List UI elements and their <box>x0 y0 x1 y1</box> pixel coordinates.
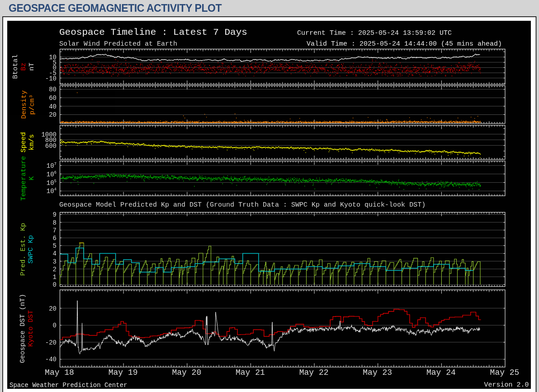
svg-text:6: 6 <box>53 235 57 242</box>
svg-text:0: 0 <box>53 281 57 288</box>
svg-text:4: 4 <box>53 250 57 257</box>
svg-text:Space Weather Prediction Cente: Space Weather Prediction Center <box>9 382 127 389</box>
svg-text:Version 2.0: Version 2.0 <box>484 381 529 389</box>
svg-text:3: 3 <box>53 258 57 265</box>
svg-text:May 18: May 18 <box>45 368 74 377</box>
svg-text:-20: -20 <box>45 339 57 346</box>
svg-text:2: 2 <box>53 266 57 273</box>
svg-text:km/s: km/s <box>28 134 36 151</box>
svg-text:20: 20 <box>49 111 57 118</box>
svg-text:80: 80 <box>49 86 57 93</box>
svg-text:p/cm³: p/cm³ <box>28 94 36 115</box>
svg-text:May 22: May 22 <box>299 368 329 377</box>
svg-text:May 25: May 25 <box>490 368 520 377</box>
svg-text:Btotal: Btotal <box>12 54 19 79</box>
svg-text:Speed: Speed <box>20 132 28 152</box>
svg-text:Bz: Bz <box>20 62 28 71</box>
svg-text:9: 9 <box>53 211 57 218</box>
svg-text:Temperature: Temperature <box>20 156 28 201</box>
svg-text:-40: -40 <box>45 356 57 363</box>
svg-text:-10: -10 <box>45 75 57 82</box>
svg-text:May 23: May 23 <box>363 368 392 377</box>
svg-text:1: 1 <box>53 274 57 281</box>
svg-text:K: K <box>28 176 36 180</box>
svg-text:May 20: May 20 <box>172 368 201 377</box>
svg-text:May 24: May 24 <box>426 368 456 377</box>
svg-text:Solar Wind Predicted at Earth: Solar Wind Predicted at Earth <box>59 40 177 48</box>
svg-text:Geospace Model Predicted Kp an: Geospace Model Predicted Kp and DST (Gro… <box>59 201 426 209</box>
svg-text:Geospace DST (nT): Geospace DST (nT) <box>19 294 27 363</box>
svg-text:GEOSPACE GEOMAGNETIC ACTIVITY: GEOSPACE GEOMAGNETIC ACTIVITY PLOT <box>9 2 222 14</box>
svg-text:Valid Time : 2025-05-24 14:44:: Valid Time : 2025-05-24 14:44:00 (45 min… <box>307 40 502 48</box>
svg-text:0: 0 <box>53 322 57 329</box>
svg-text:8: 8 <box>53 219 57 227</box>
svg-text:7: 7 <box>53 227 57 234</box>
svg-text:5: 5 <box>53 242 57 250</box>
svg-text:600: 600 <box>45 142 57 150</box>
svg-text:Geospace Timeline : Latest 7 D: Geospace Timeline : Latest 7 Days <box>59 27 247 38</box>
svg-text:Pred. Est. Kp: Pred. Est. Kp <box>19 223 27 276</box>
svg-text:Current Time : 2025-05-24 13:5: Current Time : 2025-05-24 13:59:02 UTC <box>297 29 452 37</box>
svg-text:May 21: May 21 <box>236 368 265 377</box>
svg-text:May 19: May 19 <box>109 368 138 377</box>
svg-text:20: 20 <box>49 305 57 312</box>
svg-text:Density: Density <box>20 90 28 119</box>
svg-text:60: 60 <box>49 94 57 102</box>
svg-text:Kyoto DST: Kyoto DST <box>27 310 35 347</box>
svg-text:40: 40 <box>49 103 57 110</box>
svg-text:SWPC Kp: SWPC Kp <box>27 235 35 264</box>
svg-text:nT: nT <box>28 62 36 71</box>
